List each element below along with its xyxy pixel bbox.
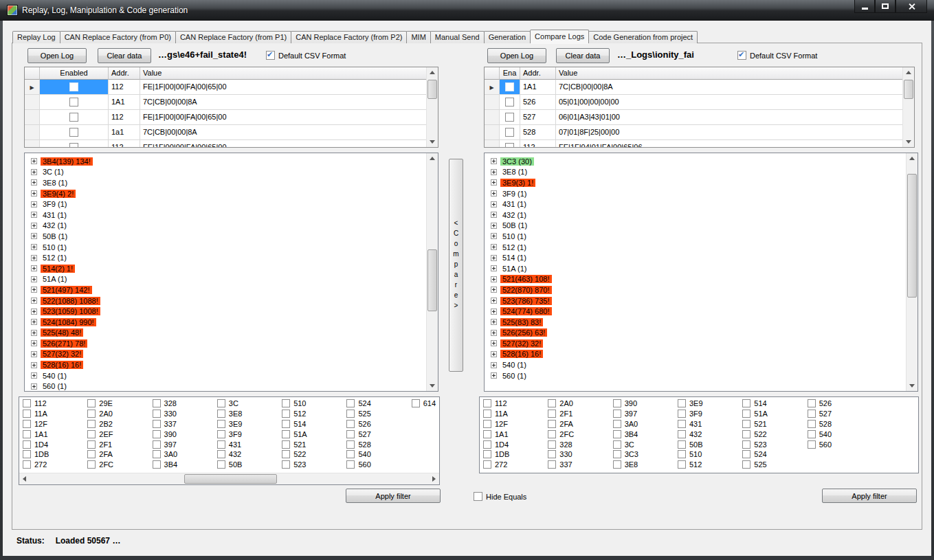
filter-checkbox[interactable]	[23, 430, 31, 438]
expand-plus-icon[interactable]	[491, 276, 497, 282]
filter-item[interactable]: 522	[280, 449, 344, 460]
filter-item[interactable]: 397	[612, 409, 675, 419]
expand-plus-icon[interactable]	[491, 319, 497, 325]
filter-checkbox[interactable]	[282, 460, 290, 469]
filter-item[interactable]: 3C	[216, 399, 279, 409]
filter-checkbox[interactable]	[483, 460, 491, 469]
expand-plus-icon[interactable]	[31, 169, 37, 175]
filter-checkbox[interactable]	[87, 399, 96, 407]
tree-item[interactable]: 3E8 (1)	[485, 167, 918, 178]
filter-checkbox[interactable]	[808, 440, 816, 449]
filter-item[interactable]: 3F9	[216, 429, 279, 439]
filter-item[interactable]: 330	[151, 409, 214, 419]
tree-item[interactable]: 526(271) 78!	[25, 338, 438, 349]
tree-item[interactable]: 524(774) 680!	[485, 306, 918, 317]
filter-item[interactable]: 523	[280, 460, 344, 470]
filter-checkbox[interactable]	[808, 410, 816, 418]
filter-item[interactable]: 2FC	[86, 460, 149, 470]
filter-item[interactable]: 328	[151, 399, 214, 409]
filter-item[interactable]: 521	[741, 419, 804, 429]
filter-item[interactable]: 528	[345, 439, 408, 449]
expand-plus-icon[interactable]	[491, 287, 497, 293]
filter-item[interactable]: 3E9	[216, 419, 279, 429]
filter-item[interactable]: 525	[345, 409, 408, 419]
addr-cell[interactable]: 112	[109, 140, 140, 148]
expand-plus-icon[interactable]	[31, 330, 37, 336]
expand-plus-icon[interactable]	[31, 212, 37, 218]
tree-item[interactable]: 51A (1)	[485, 263, 918, 274]
filter-item[interactable]: 12F	[21, 419, 85, 429]
scroll-up-icon[interactable]	[427, 67, 438, 78]
column-header-addr[interactable]: Addr.	[520, 67, 556, 80]
filter-checkbox[interactable]	[548, 430, 556, 438]
filter-item[interactable]: 112	[482, 399, 545, 409]
enabled-cell[interactable]	[500, 140, 520, 148]
filter-checkbox[interactable]	[613, 420, 621, 428]
expand-plus-icon[interactable]	[491, 179, 497, 186]
row-header[interactable]	[25, 140, 40, 148]
clear-data-button-left[interactable]: Clear data	[98, 48, 151, 63]
expand-plus-icon[interactable]	[31, 340, 37, 346]
filter-item[interactable]: 2FA	[86, 449, 149, 460]
value-cell[interactable]: FE|1F|00|00|FA|00|65|00	[140, 80, 438, 95]
value-cell[interactable]: 06|01|A3|43|01|00	[556, 110, 914, 125]
expand-plus-icon[interactable]	[31, 190, 37, 197]
filter-checkbox[interactable]	[742, 410, 750, 418]
filter-item[interactable]: 431	[676, 419, 740, 429]
tab[interactable]: CAN Replace Factory (from P2)	[291, 31, 407, 43]
expand-plus-icon[interactable]	[31, 276, 37, 282]
tree-item[interactable]: 432 (1)	[25, 221, 438, 232]
value-cell[interactable]: 7C|CB|00|00|8A	[140, 95, 438, 110]
filter-item[interactable]: 510	[280, 399, 344, 409]
scroll-left-icon[interactable]	[19, 473, 30, 485]
filter-item[interactable]: 2FA	[546, 419, 610, 429]
row-header[interactable]: ▶	[25, 80, 40, 95]
filter-item[interactable]: 524	[345, 399, 408, 409]
filter-checkbox[interactable]	[153, 460, 161, 469]
tree-item[interactable]: 523(786) 735!	[485, 295, 918, 306]
filter-checkbox[interactable]	[678, 430, 686, 438]
filter-checkbox[interactable]	[346, 440, 355, 449]
checkbox-unchecked-icon[interactable]	[474, 492, 482, 501]
filter-item[interactable]: 11A	[482, 409, 545, 419]
filter-checkbox[interactable]	[153, 440, 161, 449]
column-header-enabled[interactable]: Ena	[500, 67, 520, 80]
filter-checkbox[interactable]	[678, 460, 686, 469]
filter-item[interactable]: 540	[345, 449, 408, 460]
filter-checkbox[interactable]	[548, 440, 556, 449]
filter-checkbox[interactable]	[483, 430, 491, 438]
filter-item[interactable]: 614	[410, 399, 440, 409]
scrollbar-thumb[interactable]	[427, 249, 437, 311]
enabled-checkbox[interactable]	[505, 113, 514, 122]
filter-checkbox[interactable]	[483, 440, 491, 449]
addr-cell[interactable]: 1A1	[109, 95, 140, 110]
enabled-cell[interactable]	[40, 110, 109, 125]
expand-plus-icon[interactable]	[31, 383, 37, 390]
filter-item[interactable]: 2F1	[86, 439, 149, 449]
filter-checkbox[interactable]	[346, 460, 355, 469]
enabled-checkbox[interactable]	[505, 128, 514, 137]
filter-checkbox[interactable]	[282, 430, 290, 438]
filter-item[interactable]: 527	[345, 429, 408, 439]
filter-checkbox[interactable]	[742, 460, 750, 469]
filter-item[interactable]: 397	[151, 439, 214, 449]
enabled-checkbox[interactable]	[69, 143, 78, 148]
filter-checkbox[interactable]	[153, 430, 161, 438]
tab[interactable]: Manual Send	[430, 31, 485, 43]
filter-checkbox[interactable]	[412, 399, 420, 407]
filter-checkbox[interactable]	[282, 420, 290, 428]
tree-item[interactable]: 3E9(4) 2!	[25, 188, 438, 199]
expand-plus-icon[interactable]	[491, 351, 497, 357]
scroll-down-icon[interactable]	[427, 380, 438, 391]
tab[interactable]: Compare Logs	[530, 30, 589, 43]
expand-plus-icon[interactable]	[491, 233, 497, 239]
filter-checkbox[interactable]	[282, 440, 290, 449]
value-cell[interactable]: FE|1F|00|00|FA|00|65|00	[140, 110, 438, 125]
filter-checkbox[interactable]	[678, 450, 686, 458]
filter-item[interactable]: 526	[806, 399, 869, 409]
filter-checkbox[interactable]	[346, 420, 355, 428]
filter-item[interactable]: 3E9	[676, 399, 740, 409]
grid-vertical-scrollbar[interactable]	[426, 67, 438, 147]
scrollbar-thumb[interactable]	[427, 80, 437, 99]
filter-item[interactable]: 3C3	[612, 449, 675, 460]
